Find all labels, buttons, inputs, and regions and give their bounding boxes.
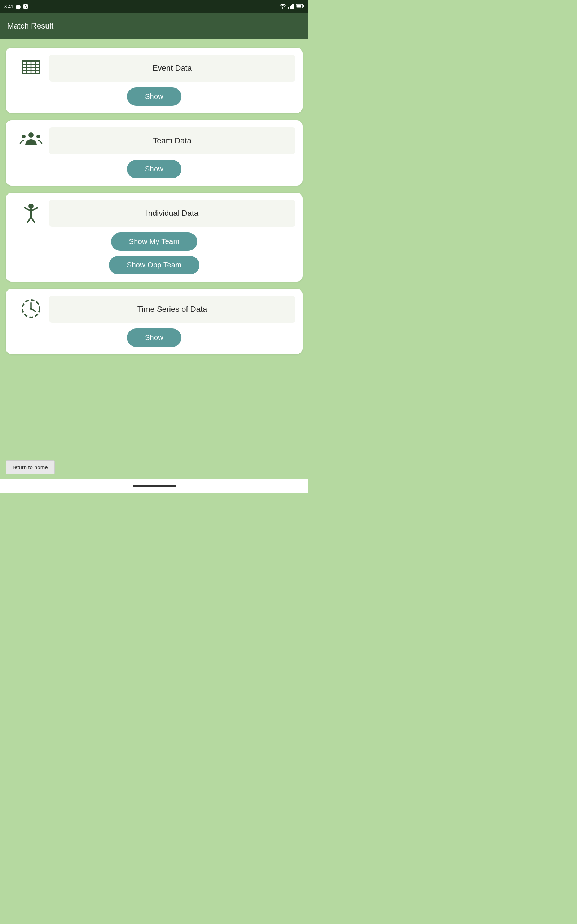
individual-data-header: Individual Data: [13, 200, 295, 227]
team-icon: [19, 129, 43, 153]
wifi-icon: [279, 3, 286, 10]
individual-data-card: Individual Data Show My Team Show Opp Te…: [6, 193, 303, 281]
page-title: Match Result: [7, 21, 53, 31]
main-content: Event Data Show: [0, 39, 308, 456]
return-home-button[interactable]: return to home: [6, 460, 55, 474]
svg-rect-1: [288, 7, 289, 9]
time-series-data-label: Time Series of Data: [137, 305, 207, 314]
svg-point-20: [36, 135, 40, 138]
svg-rect-17: [22, 60, 40, 62]
clock-icon: [19, 297, 43, 321]
svg-rect-2: [290, 6, 291, 9]
status-bar-left: 8:41 ⬤ A: [4, 4, 28, 10]
svg-point-0: [282, 7, 284, 9]
soccer-goal-icon: [19, 56, 43, 81]
team-data-buttons: Show: [13, 160, 295, 178]
svg-point-30: [30, 307, 32, 310]
show-opp-team-button[interactable]: Show Opp Team: [109, 256, 200, 274]
team-data-header: Team Data: [13, 128, 295, 154]
individual-data-label: Individual Data: [146, 208, 199, 218]
event-data-label-box: Event Data: [49, 55, 295, 82]
svg-point-19: [22, 135, 26, 138]
show-my-team-button[interactable]: Show My Team: [111, 233, 198, 251]
event-data-card: Event Data Show: [6, 48, 303, 113]
home-indicator[interactable]: [133, 485, 176, 487]
bottom-bar: return to home: [0, 456, 308, 478]
time-series-data-buttons: Show: [13, 328, 295, 347]
svg-rect-16: [39, 60, 40, 73]
team-data-card: Team Data Show: [6, 120, 303, 186]
individual-data-icon-container: [13, 201, 49, 226]
svg-point-21: [29, 204, 34, 208]
svg-line-25: [27, 217, 31, 223]
team-data-label: Team Data: [153, 136, 191, 145]
status-bar: 8:41 ⬤ A: [0, 0, 308, 13]
individual-data-buttons: Show My Team Show Opp Team: [13, 233, 295, 274]
a-icon: A: [23, 4, 28, 9]
app-bar: Match Result: [0, 13, 308, 39]
signal-icon: [288, 3, 294, 10]
event-data-header: Event Data: [13, 55, 295, 82]
time-series-data-header: Time Series of Data: [13, 296, 295, 323]
event-data-icon-container: [13, 56, 49, 81]
svg-rect-7: [303, 5, 304, 7]
time-series-data-card: Time Series of Data Show: [6, 289, 303, 354]
svg-rect-4: [292, 3, 293, 9]
team-data-label-box: Team Data: [49, 128, 295, 154]
person-icon: [19, 201, 43, 226]
svg-rect-15: [22, 60, 23, 73]
event-data-buttons: Show: [13, 87, 295, 106]
svg-rect-3: [291, 5, 292, 9]
team-data-icon-container: [13, 129, 49, 153]
svg-point-18: [29, 132, 34, 137]
nav-bar: [0, 478, 308, 493]
individual-data-label-box: Individual Data: [49, 200, 295, 227]
status-bar-right: [279, 3, 304, 10]
time-series-data-icon-container: [13, 297, 49, 321]
show-time-series-button[interactable]: Show: [127, 328, 181, 347]
battery-icon: [296, 4, 304, 10]
dot-icon: ⬤: [16, 4, 21, 10]
time-series-data-label-box: Time Series of Data: [49, 296, 295, 323]
svg-rect-6: [297, 5, 301, 7]
show-event-button[interactable]: Show: [127, 87, 181, 106]
show-team-button[interactable]: Show: [127, 160, 181, 178]
event-data-label: Event Data: [153, 63, 192, 73]
svg-line-26: [31, 217, 35, 223]
time-display: 8:41: [4, 4, 13, 10]
